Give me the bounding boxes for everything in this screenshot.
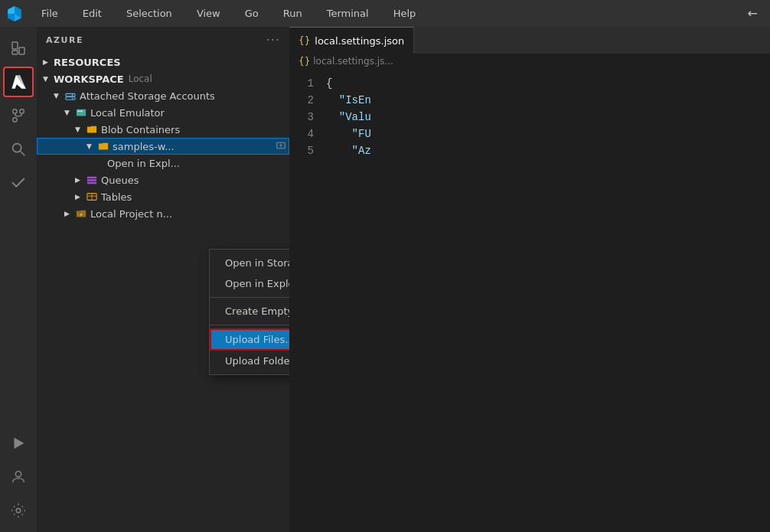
samples-label: samples-w...: [113, 141, 175, 152]
sidebar-more-button[interactable]: ···: [266, 33, 280, 47]
menu-selection[interactable]: Selection: [120, 5, 178, 22]
expand-arrow-icon: ▼: [75, 126, 86, 133]
breadcrumb: {} local.settings.js...: [289, 54, 770, 69]
context-menu-separator-2: [210, 325, 289, 325]
menu-run[interactable]: Run: [277, 5, 308, 22]
accounts-icon[interactable]: [3, 462, 34, 492]
svg-text:⚡: ⚡: [79, 212, 83, 218]
code-line-2: "IsEn: [326, 92, 770, 109]
sidebar-item-open-in-explorer[interactable]: ▶ Open in Expl...: [37, 155, 289, 171]
search-icon[interactable]: [3, 134, 34, 165]
svg-rect-5: [12, 42, 18, 49]
menu-file[interactable]: File: [35, 5, 64, 22]
sidebar-item-queues[interactable]: ▶ Queues: [37, 171, 289, 188]
tab-bar: {} local.settings.json: [289, 27, 770, 54]
local-emulator-label: Local Emulator: [90, 107, 165, 119]
json-file-icon: {}: [299, 35, 310, 46]
svg-point-12: [20, 109, 24, 114]
menu-go[interactable]: Go: [239, 5, 265, 22]
svg-rect-30: [87, 182, 96, 184]
menu-terminal[interactable]: Terminal: [321, 5, 375, 22]
menu-view[interactable]: View: [191, 5, 227, 22]
line-num-2: 2: [289, 92, 314, 109]
local-project-icon: ⚡: [75, 207, 87, 220]
expand-arrow-icon: ▼: [54, 92, 64, 100]
settings-icon[interactable]: [3, 495, 34, 526]
back-button[interactable]: ←: [742, 3, 764, 24]
sidebar-item-attached-storage[interactable]: ▼ Attached Storage Accounts: [37, 87, 289, 104]
code-line-3: "Valu: [326, 109, 770, 126]
sidebar-title: AZURE: [46, 35, 83, 45]
sidebar-item-samples[interactable]: ▼ samples-w...: [37, 138, 289, 155]
sidebar-item-tables[interactable]: ▶ Tables: [37, 188, 289, 205]
svg-point-11: [13, 118, 18, 122]
collapse-arrow-icon: ▶: [64, 210, 75, 217]
code-editor[interactable]: 1 2 3 4 5 { "IsEn "Valu "FU "Az: [289, 69, 770, 532]
workspace-subtitle: Local: [129, 73, 152, 84]
svg-rect-28: [87, 177, 96, 179]
explorer-icon[interactable]: [3, 33, 34, 64]
activity-bar: [0, 27, 37, 532]
context-menu: Open in Storage Explorer Open in Explore…: [209, 249, 289, 375]
menu-edit[interactable]: Edit: [77, 5, 108, 22]
workspace-label: WORKSPACE: [54, 73, 124, 85]
tab-label: local.settings.json: [315, 35, 404, 47]
local-project-label: Local Project n...: [90, 208, 172, 220]
context-menu-upload-folder[interactable]: Upload Folder...: [210, 351, 289, 371]
extensions-icon[interactable]: [3, 168, 34, 198]
svg-rect-23: [78, 110, 80, 112]
context-menu-separator-1: [210, 297, 289, 298]
sidebar-item-blob-containers[interactable]: ▼ Blob Containers: [37, 121, 289, 138]
code-content[interactable]: { "IsEn "Valu "FU "Az: [320, 69, 770, 532]
collapse-arrow-icon: ▶: [43, 58, 54, 66]
svg-point-13: [13, 144, 21, 152]
menu-help[interactable]: Help: [387, 5, 423, 22]
svg-marker-3: [8, 14, 15, 21]
editor-area: {} local.settings.json {} local.settings…: [289, 27, 770, 532]
svg-rect-7: [12, 51, 18, 54]
blob-containers-label: Blob Containers: [101, 124, 180, 135]
svg-marker-15: [15, 438, 24, 449]
svg-point-19: [72, 94, 73, 96]
source-control-icon[interactable]: [3, 100, 34, 131]
queues-icon: [86, 174, 98, 186]
line-num-5: 5: [289, 142, 314, 159]
sidebar-item-local-emulator[interactable]: ▼ Local Emulator: [37, 104, 289, 121]
context-menu-open-storage-explorer[interactable]: Open in Storage Explorer: [210, 253, 289, 273]
svg-point-17: [16, 508, 21, 513]
vscode-logo-icon: [6, 5, 23, 22]
line-numbers: 1 2 3 4 5: [289, 69, 320, 532]
azure-icon[interactable]: [3, 67, 34, 97]
svg-point-10: [13, 109, 18, 114]
expand-arrow-icon: ▼: [64, 109, 75, 116]
svg-rect-22: [77, 109, 86, 116]
folder-action-icon[interactable]: [276, 141, 285, 152]
svg-line-14: [21, 152, 25, 156]
folder-open-icon: [97, 140, 109, 152]
expand-arrow-icon: ▼: [43, 75, 54, 83]
queues-label: Queues: [101, 175, 139, 186]
svg-point-21: [72, 98, 73, 100]
breadcrumb-text: local.settings.js...: [313, 56, 393, 67]
run-icon[interactable]: [3, 428, 34, 459]
svg-rect-29: [87, 179, 96, 181]
svg-rect-24: [80, 110, 83, 112]
code-line-5: "Az: [326, 142, 770, 159]
svg-point-16: [15, 472, 21, 477]
context-menu-create-empty-blob[interactable]: Create Empty Blob...: [210, 301, 289, 321]
svg-marker-1: [8, 6, 15, 14]
storage-icon: [64, 90, 77, 102]
context-menu-upload-files[interactable]: Upload Files...: [210, 328, 289, 351]
title-bar-controls: ←: [742, 3, 764, 24]
title-bar: File Edit Selection View Go Run Terminal…: [0, 0, 770, 27]
line-num-4: 4: [289, 126, 314, 142]
line-num-3: 3: [289, 109, 314, 126]
sidebar-item-local-project[interactable]: ▶ ⚡ Local Project n...: [37, 205, 289, 222]
code-line-4: "FU: [326, 126, 770, 142]
context-menu-open-in-explorer[interactable]: Open in Explorer...: [210, 273, 289, 294]
line-num-1: 1: [289, 75, 314, 92]
sidebar-item-resources[interactable]: ▶ RESOURCES: [37, 54, 289, 70]
sidebar-item-workspace[interactable]: ▼ WORKSPACE Local: [37, 70, 289, 87]
tab-local-settings[interactable]: {} local.settings.json: [289, 27, 414, 54]
collapse-arrow-icon: ▶: [75, 176, 86, 184]
